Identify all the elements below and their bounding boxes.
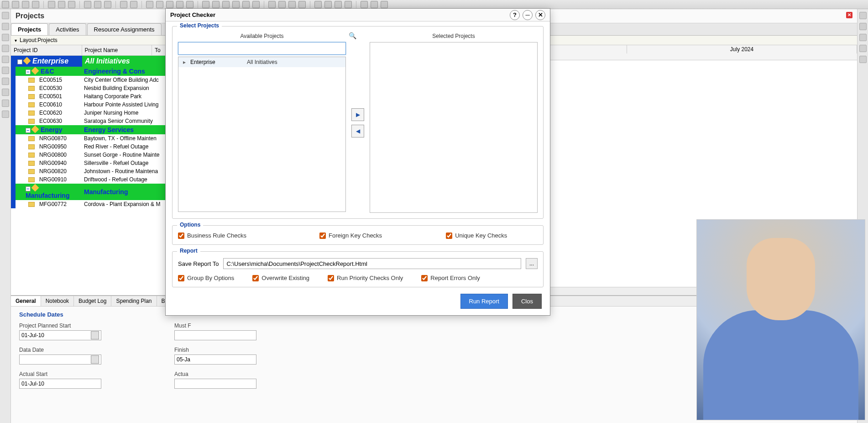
toolbar-button[interactable] <box>32 1 39 8</box>
available-project-row[interactable]: ▸EnterpriseAll Initiatives <box>178 57 345 67</box>
planned-start-input[interactable]: 01-Jul-10 <box>19 330 101 340</box>
business-rule-checkbox[interactable]: Business Rule Checks <box>178 232 246 239</box>
rail-button[interactable] <box>2 78 9 85</box>
toolbar-button[interactable] <box>48 1 55 8</box>
rail-button[interactable] <box>859 45 867 52</box>
expand-icon[interactable]: ▸ <box>181 59 188 65</box>
toolbar-button[interactable] <box>22 1 29 8</box>
toolbar-button[interactable] <box>324 1 332 8</box>
toolbar-button[interactable] <box>2 1 9 8</box>
minimize-button[interactable]: ─ <box>523 10 533 20</box>
move-right-button[interactable]: ▶ <box>351 108 364 121</box>
available-search-input[interactable] <box>178 42 346 55</box>
tree-header-project-name[interactable]: Project Name <box>82 45 152 55</box>
toolbar-button[interactable] <box>371 1 378 8</box>
toolbar-button[interactable] <box>176 1 183 8</box>
toolbar-button[interactable] <box>202 1 209 8</box>
tree-row[interactable]: EC00530Nesbid Building Expansion <box>11 84 167 92</box>
dialog-titlebar[interactable]: Project Checker ? ─ ✕ <box>166 9 550 21</box>
toolbar-button[interactable] <box>186 1 193 8</box>
tree-row[interactable]: EC00515City Center Office Building Adc <box>11 76 167 84</box>
tree-row[interactable]: EC00620Juniper Nursing Home <box>11 109 167 117</box>
tree-row[interactable]: EC00630Saratoga Senior Community <box>11 117 167 125</box>
tree-row[interactable]: NRG00940Sillersville - Refuel Outage <box>11 159 167 167</box>
rail-button[interactable] <box>2 89 9 96</box>
tree-header-project-id[interactable]: Project ID <box>11 45 82 55</box>
available-projects-list[interactable]: ▸EnterpriseAll Initiatives <box>178 57 346 212</box>
rail-button[interactable] <box>2 23 9 30</box>
rail-button[interactable] <box>859 23 867 30</box>
tree-row[interactable]: NRG00820Johnstown - Routine Maintena <box>11 167 167 175</box>
browse-button[interactable]: ... <box>526 258 538 269</box>
rail-button[interactable] <box>2 12 9 19</box>
toolbar-button[interactable] <box>104 1 111 8</box>
rail-button[interactable] <box>2 56 9 63</box>
tree-group-manufacturing[interactable]: −ManufacturingManufacturing <box>11 184 167 200</box>
toolbar-button[interactable] <box>166 1 173 8</box>
tree-row[interactable]: NRG00870Baytown, TX - Offline Mainten <box>11 134 167 143</box>
close-pane-button[interactable]: ✕ <box>846 12 852 18</box>
toolbar-button[interactable] <box>222 1 230 8</box>
tree-row[interactable]: MFG00772Cordova - Plant Expansion & M <box>11 200 167 208</box>
rail-button[interactable] <box>859 12 867 19</box>
group-by-checkbox[interactable]: Group By Options <box>178 275 234 281</box>
toolbar-button[interactable] <box>288 1 296 8</box>
toolbar-button[interactable] <box>68 1 75 8</box>
toolbar-button[interactable] <box>252 1 260 8</box>
details-tab-general[interactable]: General <box>11 296 41 306</box>
tree-row[interactable]: EC00501Haitang Corporate Park <box>11 92 167 100</box>
toolbar-button[interactable] <box>232 1 240 8</box>
must-finish-input[interactable] <box>174 330 256 340</box>
data-date-input[interactable] <box>19 354 101 365</box>
errors-only-checkbox[interactable]: Report Errors Only <box>421 275 480 281</box>
toolbar-button[interactable] <box>58 1 65 8</box>
selected-projects-list[interactable] <box>370 42 538 213</box>
toolbar-button[interactable] <box>278 1 286 8</box>
toolbar-button[interactable] <box>314 1 322 8</box>
toolbar-button[interactable] <box>242 1 250 8</box>
toolbar-button[interactable] <box>146 1 153 8</box>
toolbar-button[interactable] <box>298 1 306 8</box>
move-left-button[interactable]: ◀ <box>351 125 364 137</box>
toolbar-button[interactable] <box>268 1 276 8</box>
calendar-icon[interactable] <box>91 331 99 339</box>
details-tab-notebook[interactable]: Notebook <box>41 296 74 306</box>
tree-group-energy[interactable]: −EnergyEnergy Services <box>11 125 167 134</box>
tree-row[interactable]: NRG00800Sunset Gorge - Routine Mainte <box>11 151 167 159</box>
rail-button[interactable] <box>2 34 9 41</box>
tab-projects[interactable]: Projects <box>11 23 48 35</box>
calendar-icon[interactable] <box>91 355 99 364</box>
toolbar-button[interactable] <box>381 1 388 8</box>
tab-resource-assignments[interactable]: Resource Assignments <box>87 23 162 35</box>
rail-button[interactable] <box>2 45 9 52</box>
tree-header-to[interactable]: To <box>152 45 167 55</box>
details-tab-spending-plan[interactable]: Spending Plan <box>111 296 157 306</box>
tab-activities[interactable]: Activities <box>49 23 86 35</box>
help-button[interactable]: ? <box>510 10 520 20</box>
actual-start-input[interactable]: 01-Jul-10 <box>19 379 101 389</box>
report-path-input[interactable]: C:\Users\micha\Documents\ProjectCheckRep… <box>223 258 521 269</box>
close-dialog-button[interactable]: Clos <box>512 294 542 309</box>
foreign-key-checkbox[interactable]: Foreign Key Checks <box>319 232 382 239</box>
tree-group-e&c[interactable]: −E&CEngineering & Cons <box>11 67 167 76</box>
toolbar-button[interactable] <box>94 1 101 8</box>
finish-input[interactable]: 05-Ja <box>174 354 256 365</box>
tree-row[interactable]: NRG00910Driftwood - Refuel Outage <box>11 175 167 184</box>
run-report-button[interactable]: Run Report <box>460 294 508 309</box>
tree-row[interactable]: NRG00950Red River - Refuel Outage <box>11 143 167 151</box>
priority-checkbox[interactable]: Run Priority Checks Only <box>328 275 403 281</box>
toolbar-button[interactable] <box>156 1 163 8</box>
overwrite-checkbox[interactable]: Overwrite Existing <box>252 275 309 281</box>
unique-key-checkbox[interactable]: Unique Key Checks <box>446 232 507 239</box>
toolbar-button[interactable] <box>84 1 91 8</box>
toolbar-button[interactable] <box>12 1 19 8</box>
details-tab-budget-log[interactable]: Budget Log <box>74 296 111 306</box>
toolbar-button[interactable] <box>212 1 220 8</box>
rail-button[interactable] <box>859 56 867 63</box>
toolbar-button[interactable] <box>120 1 127 8</box>
rail-button[interactable] <box>2 111 9 118</box>
toolbar-button[interactable] <box>361 1 368 8</box>
rail-button[interactable] <box>2 100 9 107</box>
tree-group-root[interactable]: −EnterpriseAll Initiatives <box>11 56 167 67</box>
actual-input[interactable] <box>174 379 256 389</box>
